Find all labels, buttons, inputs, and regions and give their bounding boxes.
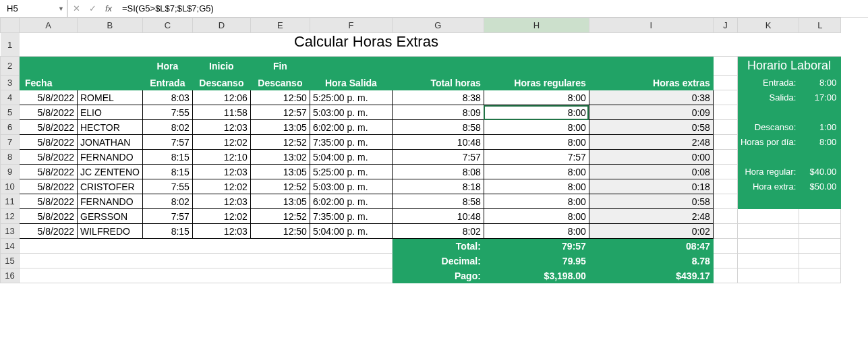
cell-fecha[interactable]: 5/8/2022 bbox=[20, 90, 78, 105]
cell-ext[interactable]: 0:00 bbox=[589, 150, 713, 165]
cell-nombre[interactable]: ELIO bbox=[78, 105, 143, 120]
cell-fecha[interactable]: 5/8/2022 bbox=[20, 224, 78, 239]
cell-entrada[interactable]: 8:03 bbox=[142, 90, 192, 105]
cell-nombre[interactable]: JONATHAN bbox=[78, 135, 143, 150]
cell-entrada[interactable]: 7:55 bbox=[142, 179, 192, 194]
cell-total[interactable]: 8:02 bbox=[392, 224, 484, 239]
cell-iniDesc[interactable]: 12:03 bbox=[192, 224, 250, 239]
cell-reg[interactable]: 8:00 bbox=[484, 179, 589, 194]
cell-reg[interactable]: 8:00 bbox=[484, 209, 589, 224]
cell-ext[interactable]: 2:48 bbox=[589, 135, 713, 150]
cell-finDesc[interactable]: 12:50 bbox=[250, 224, 310, 239]
cell-iniDesc[interactable]: 11:58 bbox=[192, 105, 250, 120]
cell-reg[interactable]: 8:00 bbox=[484, 165, 589, 179]
cell-reg[interactable]: 8:00 bbox=[484, 194, 589, 209]
cell-iniDesc[interactable]: 12:03 bbox=[192, 165, 250, 179]
cell-ext[interactable]: 0:08 bbox=[589, 165, 713, 179]
cell-entrada[interactable]: 8:15 bbox=[142, 224, 192, 239]
cell-total[interactable]: 8:38 bbox=[392, 90, 484, 105]
cell-entrada[interactable]: 7:55 bbox=[142, 105, 192, 120]
col-header-K[interactable]: K bbox=[737, 18, 799, 33]
cell-nombre[interactable]: FERNANDO bbox=[78, 194, 143, 209]
chevron-down-icon[interactable]: ▼ bbox=[58, 5, 64, 12]
cell-reg[interactable]: 8:00 bbox=[484, 224, 589, 239]
cell-iniDesc[interactable]: 12:03 bbox=[192, 120, 250, 135]
row-header[interactable]: 8 bbox=[1, 150, 20, 165]
col-header-D[interactable]: D bbox=[192, 18, 250, 33]
cell-ext[interactable]: 0:58 bbox=[589, 120, 713, 135]
row-header[interactable]: 2 bbox=[1, 57, 20, 76]
cell-iniDesc[interactable]: 12:02 bbox=[192, 179, 250, 194]
col-header-G[interactable]: G bbox=[392, 18, 484, 33]
col-header-J[interactable]: J bbox=[713, 18, 737, 33]
cell-entrada[interactable]: 8:02 bbox=[142, 120, 192, 135]
cell-salida[interactable]: 6:02:00 p. m. bbox=[310, 120, 392, 135]
cell-salida[interactable]: 7:35:00 p. m. bbox=[310, 209, 392, 224]
cell-ext[interactable]: 0:38 bbox=[589, 90, 713, 105]
cell-finDesc[interactable]: 12:50 bbox=[250, 90, 310, 105]
cell-total[interactable]: 8:18 bbox=[392, 179, 484, 194]
row-header[interactable]: 3 bbox=[1, 76, 20, 90]
row-header[interactable]: 13 bbox=[1, 224, 20, 239]
cell-finDesc[interactable]: 12:52 bbox=[250, 135, 310, 150]
cell-salida[interactable]: 5:03:00 p. m. bbox=[310, 179, 392, 194]
cell-nombre[interactable]: ROMEL bbox=[78, 90, 143, 105]
col-header-H[interactable]: H bbox=[484, 18, 589, 33]
cell-total[interactable]: 8:09 bbox=[392, 105, 484, 120]
cell-finDesc[interactable]: 13:05 bbox=[250, 120, 310, 135]
col-header-C[interactable]: C bbox=[142, 18, 192, 33]
name-box-wrap[interactable]: ▼ bbox=[0, 0, 67, 17]
cell-fecha[interactable]: 5/8/2022 bbox=[20, 105, 78, 120]
row-header[interactable]: 16 bbox=[1, 268, 20, 283]
cell-entrada[interactable]: 7:57 bbox=[142, 135, 192, 150]
cell-iniDesc[interactable]: 12:02 bbox=[192, 209, 250, 224]
cell-salida[interactable]: 5:25:00 p. m. bbox=[310, 165, 392, 179]
cell-iniDesc[interactable]: 12:03 bbox=[192, 194, 250, 209]
cell-fecha[interactable]: 5/8/2022 bbox=[20, 165, 78, 179]
row-header[interactable]: 6 bbox=[1, 120, 20, 135]
cell-iniDesc[interactable]: 12:10 bbox=[192, 150, 250, 165]
spreadsheet-grid[interactable]: A B C D E F G H I J K L 1 Calcular Horas… bbox=[0, 18, 841, 283]
cell-reg[interactable]: 8:00 bbox=[484, 105, 589, 120]
row-header[interactable]: 1 bbox=[1, 33, 20, 57]
col-header-A[interactable]: A bbox=[20, 18, 78, 33]
cell-total[interactable]: 7:57 bbox=[392, 150, 484, 165]
cell-ext[interactable]: 0:09 bbox=[589, 105, 713, 120]
cell-salida[interactable]: 5:25:00 p. m. bbox=[310, 90, 392, 105]
cell-total[interactable]: 8:08 bbox=[392, 165, 484, 179]
row-header[interactable]: 10 bbox=[1, 179, 20, 194]
cell-ext[interactable]: 0:58 bbox=[589, 194, 713, 209]
cell-fecha[interactable]: 5/8/2022 bbox=[20, 194, 78, 209]
col-header-I[interactable]: I bbox=[589, 18, 713, 33]
row-header[interactable]: 15 bbox=[1, 254, 20, 268]
cell-salida[interactable]: 7:35:00 p. m. bbox=[310, 135, 392, 150]
row-header[interactable]: 11 bbox=[1, 194, 20, 209]
cancel-formula-icon[interactable]: ✕ bbox=[68, 0, 84, 17]
cell-total[interactable]: 10:48 bbox=[392, 135, 484, 150]
cell-reg[interactable]: 8:00 bbox=[484, 135, 589, 150]
cell-finDesc[interactable]: 13:02 bbox=[250, 150, 310, 165]
cell-nombre[interactable]: JC ZENTENO bbox=[78, 165, 143, 179]
cell-nombre[interactable]: HECTOR bbox=[78, 120, 143, 135]
cell-salida[interactable]: 6:02:00 p. m. bbox=[310, 194, 392, 209]
cell-entrada[interactable]: 8:02 bbox=[142, 194, 192, 209]
cell-finDesc[interactable]: 13:05 bbox=[250, 165, 310, 179]
cell-reg[interactable]: 8:00 bbox=[484, 90, 589, 105]
cell-nombre[interactable]: WILFREDO bbox=[78, 224, 143, 239]
cell-ext[interactable]: 0:18 bbox=[589, 179, 713, 194]
cell-iniDesc[interactable]: 12:02 bbox=[192, 135, 250, 150]
row-header[interactable]: 4 bbox=[1, 90, 20, 105]
cell-entrada[interactable]: 7:57 bbox=[142, 209, 192, 224]
row-header[interactable]: 7 bbox=[1, 135, 20, 150]
cell-iniDesc[interactable]: 12:06 bbox=[192, 90, 250, 105]
name-box[interactable] bbox=[5, 3, 53, 14]
cell-finDesc[interactable]: 13:05 bbox=[250, 194, 310, 209]
cell-nombre[interactable]: CRISTOFER bbox=[78, 179, 143, 194]
cell-ext[interactable]: 0:02 bbox=[589, 224, 713, 239]
row-header[interactable]: 9 bbox=[1, 165, 20, 179]
col-header-F[interactable]: F bbox=[310, 18, 392, 33]
formula-input[interactable] bbox=[117, 0, 868, 17]
row-header[interactable]: 14 bbox=[1, 239, 20, 254]
cell-finDesc[interactable]: 12:52 bbox=[250, 209, 310, 224]
cell-total[interactable]: 8:58 bbox=[392, 120, 484, 135]
